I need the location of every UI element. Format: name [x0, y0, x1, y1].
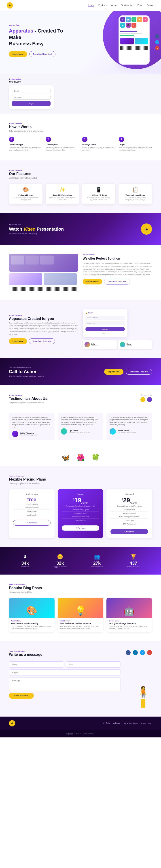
created-learn-more-button[interactable]: Learn More — [9, 338, 27, 344]
blog-content-1: Need to know How dreams turn into realit… — [9, 618, 54, 632]
hiw-tag: Try for the best — [9, 123, 152, 125]
pricing-grid: Trial version free On iOS, macOS Common … — [9, 489, 152, 538]
pricing-purchase-button-regular[interactable]: ⬇ Purchase — [62, 525, 99, 531]
created-download-button[interactable]: Download Free trial — [29, 338, 55, 344]
login-email-input[interactable] — [12, 89, 50, 93]
login-password-input[interactable] — [12, 95, 50, 100]
blog-post-desc-1: Your app makes you find the very best wa… — [11, 625, 52, 630]
footer-links: Portfolio Dribbler Arrow Templates Clien… — [103, 722, 152, 724]
footer-logo: A — [9, 720, 15, 726]
pricing-feature-trial-4: Loads slowly — [13, 513, 50, 517]
step-2-num: 2 — [46, 136, 51, 142]
social-sidebar: f t g — [155, 34, 159, 50]
cta-text: Founded Reports Anywhere Call to Action … — [9, 366, 44, 377]
nav-features[interactable]: Features — [98, 4, 107, 7]
author-avatar-2 — [61, 428, 67, 435]
pricing-feature-extended-3: Allows encryption — [111, 512, 148, 515]
contact-name-input[interactable] — [9, 661, 64, 668]
nav-home[interactable]: Home — [88, 4, 94, 7]
contact-google-icon[interactable]: g — [147, 650, 152, 655]
cta-title: Call to Action — [9, 369, 44, 374]
mock-user-card-1: SofiaUX Design — [83, 340, 117, 349]
blog-content-2: Need to know How to choose the best temp… — [58, 618, 103, 632]
stat-users: 👥 27k Shannon Users — [91, 554, 103, 568]
login-tag: Try Apparatus — [9, 78, 152, 80]
pricing-purchase-button-extended[interactable]: ⬇ Purchase — [111, 529, 148, 534]
solution-image-2 — [9, 273, 42, 285]
blog-illustration-3: 🤖 — [124, 606, 135, 618]
hero-download-button[interactable]: Download Free trial — [29, 51, 56, 57]
login-button[interactable]: Login — [12, 101, 50, 106]
features-section: Try for the best Our Features Users lovi… — [0, 160, 161, 214]
feature-desc-2: Thank you work to the technologies to cr… — [49, 197, 76, 201]
footer: Copyright © 2016 All Rights Reserved. — [0, 730, 161, 738]
footer-link-client[interactable]: Client Expert — [141, 722, 152, 724]
solution-download-button[interactable]: Download Free trial — [104, 279, 130, 284]
contact-linkedin-icon[interactable]: in — [133, 650, 138, 655]
pricing-feature-trial-2: Common Interface — [13, 506, 50, 510]
contact-send-button[interactable]: Send Message — [9, 693, 34, 699]
step-1: 1 Download app Download your Apparatus a… — [9, 136, 42, 151]
solution-image-3 — [44, 273, 77, 285]
nav-testimonials[interactable]: Testimonials — [121, 4, 133, 7]
contact-email-input[interactable] — [66, 661, 121, 668]
nav-contact[interactable]: Contact — [147, 4, 154, 7]
testimonials-nav — [140, 397, 152, 402]
play-button[interactable] — [141, 223, 152, 235]
cta-section: Founded Reports Anywhere Call to Action … — [0, 358, 161, 385]
contact-facebook-icon[interactable]: f — [126, 650, 131, 655]
cta-download-button[interactable]: Download Free trial — [126, 369, 152, 375]
contact-tag: Need to know more — [9, 650, 42, 652]
contact-message-input[interactable] — [9, 678, 121, 691]
pricing-download-button-trial[interactable]: ⬇ Download — [13, 520, 50, 526]
footer-link-dribbler[interactable]: Dribbler — [113, 722, 120, 724]
testimonials-next-button[interactable] — [147, 397, 152, 402]
blog-title: Popular Blog Posts — [9, 586, 152, 590]
blog-post-title-3: Tech giant change the today — [109, 622, 150, 625]
hero-title: Apparatus - Created To MakeBusiness Easy — [9, 28, 67, 47]
pricing-features-extended: Extended is set up just for more... Grea… — [111, 504, 148, 526]
solution-explore-button[interactable]: Explore Now — [83, 279, 102, 284]
solution-image-1 — [9, 254, 78, 272]
nav-price[interactable]: Price — [137, 4, 143, 7]
created-title: Apparatus Created for you — [9, 317, 78, 321]
download-icon: ⬇ — [21, 554, 30, 560]
created-mockup: 🔒 Login Email address Password Sign In S… — [83, 309, 152, 349]
nav-about[interactable]: About — [111, 4, 117, 7]
contact-twitter-icon[interactable]: t — [140, 650, 145, 655]
google-icon[interactable]: g — [155, 46, 159, 50]
hiw-title: How it Works — [9, 125, 152, 129]
footer-link-arrow[interactable]: Arrow Templates — [123, 722, 137, 724]
contact-header: Need to know more Write us a message f i… — [9, 650, 152, 658]
blog-image-2: 💡 — [58, 598, 103, 618]
stat-customers-num: 32k — [53, 561, 67, 566]
hiw-sub: Enter your password and to be download — [9, 130, 152, 132]
twitter-icon[interactable]: t — [155, 40, 159, 44]
created-tag: Try for the best — [9, 314, 78, 316]
feature-icon-2: ✨ — [49, 187, 76, 193]
pricing-tag: Need to know more — [9, 475, 152, 477]
cta-explore-button[interactable]: Explore Now — [104, 369, 124, 375]
created-desc: Download the app and let us show more of… — [9, 322, 78, 336]
step-1-title: Download app — [9, 143, 42, 146]
pricing-feature-extended-6: 24/7 Full support — [111, 522, 148, 526]
feature-card-1: 🎨 Perfect UI Design A complete design su… — [9, 184, 43, 205]
footer-link-portfolio[interactable]: Portfolio — [103, 722, 110, 724]
hero-learn-more-button[interactable]: Learn More — [9, 51, 27, 57]
testimonials-prev-button[interactable] — [140, 397, 145, 402]
testimonials-sub: People sharing there experiences with us — [9, 402, 47, 404]
blog-card-2: 💡 Need to know How to choose the best te… — [58, 598, 103, 632]
contact-social: f in t g — [126, 650, 152, 655]
facebook-icon[interactable]: f — [155, 34, 159, 38]
footer-nav: A Portfolio Dribbler Arrow Templates Cli… — [0, 717, 161, 730]
features-title: Our Features — [9, 172, 152, 176]
pricing-features-trial: On iOS, macOS Common Interface Sleek des… — [13, 502, 50, 517]
author-avatar-3 — [110, 428, 116, 435]
testimonial-text-2: At another you will also find all type o… — [61, 416, 100, 426]
feature-card-3: 📱 4 different UI Styles Work comes with … — [82, 184, 116, 205]
testimonial-card-2: At another you will also find all type o… — [58, 413, 103, 440]
contact-subject-input[interactable] — [9, 670, 121, 676]
blog-sub: Manage your post and blog — [9, 591, 152, 593]
feature-card-2: ✨ Great CSS Animations Thank you work to… — [45, 184, 79, 205]
pricing-feature-regular-2: Get word-search goals — [62, 508, 99, 512]
